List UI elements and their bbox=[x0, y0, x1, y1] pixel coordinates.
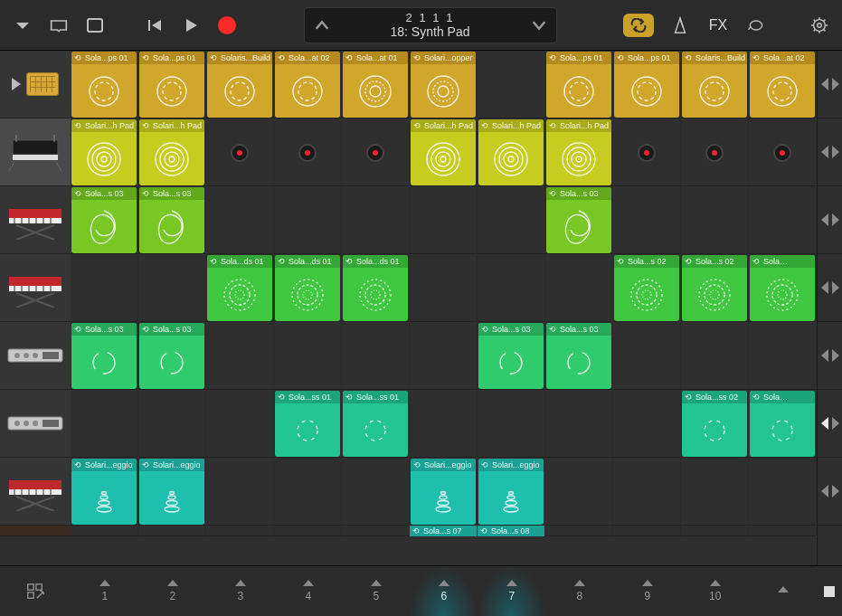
clip[interactable]: ⟲Solari...eggio bbox=[139, 459, 204, 525]
scene-trigger[interactable]: 10 bbox=[681, 566, 749, 616]
grid-cell[interactable] bbox=[681, 322, 749, 390]
grid-cell[interactable] bbox=[749, 526, 817, 536]
row-launch-button[interactable] bbox=[818, 186, 842, 254]
grid-cell[interactable] bbox=[274, 458, 342, 526]
grid-cell[interactable]: ⟲Sola...s 03 bbox=[545, 322, 613, 390]
grid-cell[interactable] bbox=[71, 526, 138, 536]
grid-cell[interactable] bbox=[342, 526, 410, 536]
grid-cell[interactable]: ⟲Sola...ss 01 bbox=[274, 390, 342, 458]
scene-trigger[interactable] bbox=[749, 566, 817, 616]
clip[interactable]: ⟲Sola...ss 01 bbox=[275, 391, 340, 457]
grid-cell[interactable] bbox=[478, 390, 545, 458]
clip[interactable]: ⟲Solari...h Pad bbox=[139, 119, 204, 185]
clip[interactable]: ⟲Sola...s 03 bbox=[139, 323, 204, 389]
grid-cell[interactable]: ⟲Solari...h Pad bbox=[545, 118, 613, 186]
view-icon[interactable] bbox=[85, 15, 105, 35]
grid-cell[interactable]: ⟲Sola...at 01 bbox=[342, 51, 410, 118]
grid-cell[interactable] bbox=[274, 186, 342, 254]
grid-cell[interactable] bbox=[71, 390, 138, 458]
grid-cell[interactable] bbox=[545, 526, 613, 536]
clip[interactable]: ⟲Sola...at 02 bbox=[275, 52, 340, 118]
grid-cell[interactable] bbox=[342, 118, 410, 186]
empty-record-slot[interactable] bbox=[342, 118, 409, 186]
clip[interactable]: ⟲Sola...ds 01 bbox=[207, 255, 272, 321]
track-header-6[interactable] bbox=[0, 458, 71, 526]
clip[interactable]: ⟲Solaris...Build bbox=[682, 52, 747, 118]
grid-cell[interactable] bbox=[274, 118, 342, 186]
play-icon[interactable] bbox=[181, 15, 201, 35]
trigger-all-icon[interactable] bbox=[12, 78, 21, 90]
grid-cell[interactable]: ⟲Sola...ds 01 bbox=[274, 254, 342, 322]
grid-cell[interactable] bbox=[749, 118, 817, 186]
clip[interactable]: ⟲Sola...ss 01 bbox=[343, 391, 408, 457]
grid-cell[interactable]: ⟲Solari...eggio bbox=[138, 458, 206, 526]
clip[interactable]: ⟲Sola...s 03 bbox=[139, 187, 204, 253]
track-header-3[interactable] bbox=[0, 254, 71, 322]
stop-all-button[interactable] bbox=[824, 586, 835, 597]
grid-cell[interactable] bbox=[749, 186, 817, 254]
clip[interactable]: ⟲Solari...h Pad bbox=[71, 119, 137, 185]
clip[interactable]: ⟲Sola...ds 01 bbox=[275, 255, 340, 321]
menu-dropdown-icon[interactable] bbox=[13, 15, 33, 35]
grid-cell[interactable] bbox=[613, 186, 681, 254]
clip[interactable]: ⟲Solaris...Build bbox=[207, 52, 272, 118]
chevron-up-icon[interactable] bbox=[312, 15, 332, 35]
grid-cell[interactable] bbox=[138, 254, 206, 322]
clip[interactable]: ⟲Sola...s 07 bbox=[410, 526, 477, 536]
row-launch-button[interactable] bbox=[818, 118, 842, 186]
row-launch-button[interactable] bbox=[818, 322, 842, 390]
grid-cell[interactable] bbox=[410, 254, 478, 322]
clip[interactable]: ⟲Sola...s 03 bbox=[478, 323, 544, 389]
grid-cell[interactable] bbox=[613, 458, 681, 526]
clip[interactable]: ⟲Sola...at 01 bbox=[343, 52, 408, 118]
clip[interactable]: ⟲Solari...h Pad bbox=[478, 119, 544, 185]
clip[interactable]: ⟲Sola...ds 01 bbox=[343, 255, 408, 321]
clip[interactable]: ⟲Sola...s 03 bbox=[546, 187, 611, 253]
grid-cell[interactable] bbox=[478, 51, 545, 118]
grid-cell[interactable]: ⟲Sola...s 02 bbox=[613, 254, 681, 322]
clip[interactable]: ⟲Sola… bbox=[750, 255, 815, 321]
grid-cell[interactable] bbox=[274, 322, 342, 390]
clip[interactable]: ⟲Solari...eggio bbox=[478, 459, 544, 525]
grid-cell[interactable] bbox=[342, 322, 410, 390]
scene-trigger[interactable]: 1 bbox=[71, 566, 138, 616]
clip[interactable]: ⟲Sola...s 03 bbox=[71, 187, 137, 253]
grid-cell[interactable] bbox=[206, 458, 274, 526]
grid-cell[interactable]: ⟲Sola...ss 02 bbox=[681, 390, 749, 458]
grid-cell[interactable]: ⟲Solari...eggio bbox=[71, 458, 138, 526]
grid-cell[interactable] bbox=[681, 118, 749, 186]
grid-cell[interactable]: ⟲Solari...h Pad bbox=[478, 118, 545, 186]
grid-cell[interactable]: ⟲Solaris...Build bbox=[206, 51, 274, 118]
grid-cell[interactable]: ⟲Sola...s 03 bbox=[138, 186, 206, 254]
scene-trigger[interactable]: 9 bbox=[613, 566, 681, 616]
grid-cell[interactable] bbox=[681, 186, 749, 254]
grid-cell[interactable] bbox=[410, 390, 478, 458]
settings-gear-icon[interactable] bbox=[809, 15, 829, 35]
grid-cell[interactable]: ⟲Sola...at 02 bbox=[749, 51, 817, 118]
clip[interactable]: ⟲Solari...h Pad bbox=[546, 119, 611, 185]
clip[interactable]: ⟲Sola...ps 01 bbox=[139, 52, 204, 118]
grid-cell[interactable] bbox=[138, 390, 206, 458]
fx-button[interactable]: FX bbox=[706, 17, 730, 33]
grid-cell[interactable]: ⟲Solari...h Pad bbox=[138, 118, 206, 186]
grid-cell[interactable] bbox=[613, 118, 681, 186]
row-launch-button[interactable] bbox=[818, 390, 842, 458]
empty-record-slot[interactable] bbox=[274, 118, 341, 186]
clip[interactable]: ⟲Sola...s 02 bbox=[614, 255, 679, 321]
grid-cell[interactable]: ⟲Sola...ps 01 bbox=[138, 51, 206, 118]
grid-cell[interactable]: ⟲Sola...s 02 bbox=[681, 254, 749, 322]
grid-cell[interactable]: ⟲Sola...s 08 bbox=[478, 526, 545, 536]
grid-cell[interactable]: ⟲Sola...s 03 bbox=[71, 186, 138, 254]
grid-cell[interactable]: ⟲Sola...ds 01 bbox=[342, 254, 410, 322]
clip[interactable]: ⟲Sola...ps 01 bbox=[614, 52, 679, 118]
empty-record-slot[interactable] bbox=[206, 118, 273, 186]
grid-cell[interactable]: ⟲Sola...s 03 bbox=[545, 186, 613, 254]
grid-edit-icon[interactable] bbox=[25, 582, 45, 602]
grid-cell[interactable] bbox=[613, 390, 681, 458]
grid-cell[interactable]: ⟲Sola...at 02 bbox=[274, 51, 342, 118]
clip[interactable]: ⟲Sola...s 03 bbox=[71, 323, 137, 389]
clip[interactable]: ⟲Solari...h Pad bbox=[411, 119, 476, 185]
go-to-start-icon[interactable] bbox=[145, 15, 165, 35]
cycle-button[interactable] bbox=[623, 14, 654, 37]
record-button[interactable] bbox=[217, 15, 237, 35]
